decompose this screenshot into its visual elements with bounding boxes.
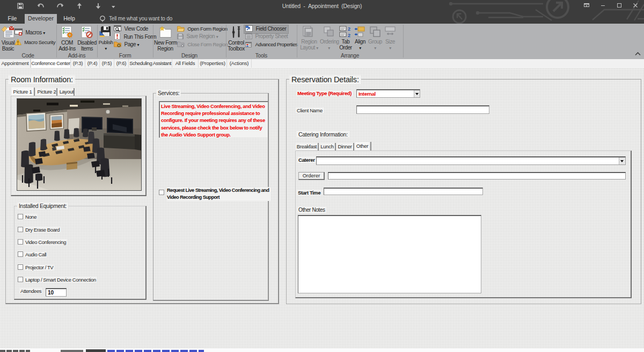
- svg-text:2: 2: [348, 33, 350, 38]
- svg-text:2: 2: [348, 26, 350, 32]
